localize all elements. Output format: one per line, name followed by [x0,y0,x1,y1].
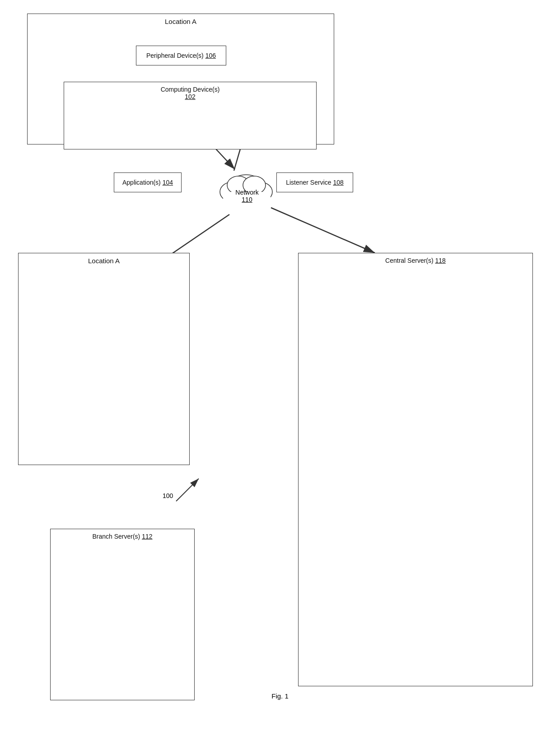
location-a-bottom-title: Location A [19,257,189,265]
branch-server-title: Branch Server(s) 112 [51,533,194,540]
location-a-top-box: Location A Peripheral Device(s) 106 Comp… [27,14,334,144]
figure-label: Fig. 1 [0,692,560,700]
location-a-bottom-box: Location A Branch Server(s) 112 Broadcas… [18,253,190,465]
svg-line-7 [271,208,375,253]
listener-service-label: Listener Service 108 [286,179,344,186]
branch-server-box: Branch Server(s) 112 Broadcast Service 1… [50,529,195,700]
listener-service-box: Listener Service 108 [276,172,353,192]
svg-line-14 [176,479,199,501]
application-label: Application(s) 104 [122,179,173,186]
central-server-title: Central Server(s) 118 [299,257,532,264]
computing-device-title: Computing Device(s) 102 [64,86,316,100]
computing-device-box: Computing Device(s) 102 Application(s) 1… [64,82,317,149]
peripheral-device-label: Peripheral Device(s) 106 [146,52,216,59]
location-a-top-title: Location A [28,18,334,25]
application-box: Application(s) 104 [114,172,182,192]
network-label: Network 110 [222,189,272,203]
peripheral-device-box: Peripheral Device(s) 106 [136,46,226,65]
central-server-box: Central Server(s) 118 API 120 Central Da… [298,253,533,686]
diagram: Location A Peripheral Device(s) 106 Comp… [0,0,560,709]
ref-100-label: 100 [163,492,173,499]
